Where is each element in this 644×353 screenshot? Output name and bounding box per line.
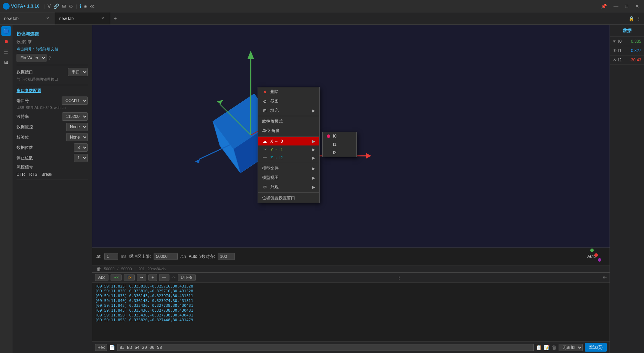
sub-menu-x-i0: I0 I1 I2 <box>322 132 357 157</box>
app-body: 🔵 ⏺ ☰ ⊞ 协议与连接 数据引擎 点击问号：前往详细文档 FireWater… <box>0 25 644 353</box>
data-row-i0: 👁 I0 0.335 <box>610 37 644 46</box>
encoding-button[interactable]: UTF-8 <box>178 274 196 281</box>
interface-select[interactable]: 串口 <box>68 68 88 76</box>
tab-1[interactable]: new tab ✕ <box>0 12 55 24</box>
sub-i0[interactable]: I0 <box>323 132 356 140</box>
delete-icon: ✕ <box>262 90 268 94</box>
parity-row: 校验位 None <box>17 133 88 141</box>
dtr-signal[interactable]: DTR <box>17 172 25 177</box>
menu-model-file[interactable]: 模型文件 ▶ <box>258 164 319 173</box>
tab-2[interactable]: new tab ✕ <box>55 12 110 24</box>
copy-icon[interactable]: 📋 <box>536 345 542 350</box>
interface-label: 数据接口 <box>17 69 33 75</box>
menu-x-i0[interactable]: ☁ X → I0 ▶ <box>258 137 319 145</box>
monitor-line: [09:59:11.843] 0.335436,-0.327738,30.430… <box>95 308 607 313</box>
info-icon[interactable]: ℹ <box>80 3 81 9</box>
menu-fill[interactable]: ⊞ 填充 ▶ <box>258 106 319 115</box>
dot-pink <box>327 134 330 138</box>
menu-pose-window[interactable]: 位姿偏置设置窗口 <box>258 193 319 203</box>
auto-input[interactable] <box>218 253 235 260</box>
menu-delete[interactable]: ✕ 删除 <box>258 87 319 97</box>
sidebar-icon-record[interactable]: ⏺ <box>1 37 11 46</box>
rx-button[interactable]: Rx <box>111 274 122 281</box>
port-label: 端口号 <box>17 98 29 104</box>
per-ch: /ch <box>180 254 186 259</box>
sub-i1[interactable]: I1 <box>323 140 356 149</box>
clear-input-icon[interactable]: 🗑 <box>552 345 557 350</box>
hex-data[interactable]: B3 B3 64 20 00 58 <box>117 344 534 351</box>
link-icon[interactable]: 🔗 <box>53 3 59 9</box>
monitor-line: [09:59:11.840] 0.336143,-0.323974,30.431… <box>95 299 607 303</box>
break-signal[interactable]: Break <box>41 172 52 177</box>
engine-select[interactable]: FireWater <box>17 54 46 62</box>
sidebar-icon-layers[interactable]: ⊞ <box>1 57 11 67</box>
menu-z-i2[interactable]: 〰 Z → I2 ▶ <box>258 154 319 162</box>
menu-model-view[interactable]: 模型视图 ▶ <box>258 173 319 182</box>
tab-add-button[interactable]: + <box>110 16 120 22</box>
serial-config-title[interactable]: 串口参数配置 <box>17 88 88 94</box>
minimize-button[interactable]: — <box>612 3 621 10</box>
divider-1 <box>17 65 88 65</box>
sub-i2[interactable]: I2 <box>323 149 356 157</box>
svg-marker-4 <box>247 51 254 59</box>
menu-euler[interactable]: 欧拉角模式 <box>258 117 319 126</box>
baud-select[interactable]: 115200 <box>62 112 88 121</box>
buffer-input[interactable] <box>154 253 178 260</box>
port-select[interactable]: COM11 <box>62 97 88 105</box>
databits-select[interactable]: 8 <box>74 143 88 152</box>
stopbits-select[interactable]: 1 <box>74 154 88 162</box>
plus-button[interactable]: + <box>148 274 157 281</box>
help-icon[interactable]: ? <box>49 56 51 61</box>
y-arrow: ▶ <box>312 147 315 152</box>
databits-row: 数据位数 8 <box>17 143 88 152</box>
sidebar-icon-menu[interactable]: ☰ <box>1 47 11 57</box>
tab-2-close[interactable]: ✕ <box>100 16 106 21</box>
tab-more-icon[interactable]: ⋮ <box>636 16 641 21</box>
collapse-icon[interactable]: ≪ <box>90 3 95 9</box>
abc-button[interactable]: Abc <box>95 274 108 281</box>
maximize-button[interactable]: □ <box>623 3 630 10</box>
vofa-icon[interactable]: V <box>48 3 51 9</box>
svg-marker-8 <box>195 159 200 163</box>
menu-y-i1[interactable]: 〰 Y → I1 ▶ <box>258 145 319 154</box>
eye-i0[interactable]: 👁 <box>613 39 617 44</box>
mail-icon[interactable]: ✉ <box>62 3 66 9</box>
eye-i1[interactable]: 👁 <box>613 48 617 53</box>
close-button[interactable]: ✕ <box>633 3 641 10</box>
parity-select[interactable]: None <box>66 133 88 141</box>
no-append-select[interactable]: 无追加 <box>559 344 583 351</box>
minus-button[interactable]: — <box>159 274 169 281</box>
tab-1-close[interactable]: ✕ <box>45 16 51 21</box>
sidebar-icon-connect[interactable]: 🔵 <box>1 26 11 36</box>
tx-button[interactable]: Tx <box>124 274 134 281</box>
rts-signal[interactable]: RTS <box>29 172 38 177</box>
delta-t-input[interactable] <box>104 253 118 260</box>
flow-select[interactable]: None <box>66 123 88 131</box>
monitor-line: [09:59:11.825] 0.335810,-0.325716,30.431… <box>95 284 607 289</box>
wave-icon: 〰 <box>172 275 176 280</box>
eye-i2[interactable]: 👁 <box>613 58 617 62</box>
z-arrow: ▶ <box>312 155 315 160</box>
stats-val2: 50000 <box>121 267 132 271</box>
send-button[interactable]: 发送(S) <box>585 343 607 352</box>
trash-icon[interactable]: 🗑 <box>96 266 101 272</box>
indent-button[interactable]: ⇥ <box>137 274 146 281</box>
pin-button[interactable]: 📌 <box>599 3 609 10</box>
x-icon: ☁ <box>262 139 268 144</box>
right-panel: 数据 👁 I0 0.335 👁 I1 -0.327 👁 I2 -30.43 <box>610 25 644 353</box>
monitor-clear-icon[interactable]: ✏ <box>603 275 607 280</box>
menu-appearance[interactable]: ⚙ 外观 ▶ <box>258 182 319 192</box>
camera-icon[interactable]: ⊙ <box>69 3 73 9</box>
i0-label: I0 <box>618 39 630 44</box>
file-icon[interactable]: 📄 <box>109 345 115 350</box>
doc-link-text[interactable]: 点击问号：前往详细文档 <box>17 47 58 51</box>
menu-capture[interactable]: ⊙ 截图 <box>258 97 319 106</box>
tab-lock-icon[interactable]: 🔒 <box>629 16 634 21</box>
input-bar: Hex 📄 B3 B3 64 20 00 58 📋 📝 🗑 无追加 发送(S) <box>92 341 610 353</box>
monitor-more-icon[interactable]: ⋮ <box>397 275 402 280</box>
menu-unit[interactable]: 单位:角度 <box>258 126 319 135</box>
settings-icon[interactable]: ⎈ <box>84 3 87 9</box>
view-area[interactable]: ✕ 删除 ⊙ 截图 ⊞ 填充 ▶ 欧拉角模式 <box>92 25 610 248</box>
doc-link: 点击问号：前往详细文档 <box>17 47 88 52</box>
paste-icon[interactable]: 📝 <box>544 345 550 350</box>
